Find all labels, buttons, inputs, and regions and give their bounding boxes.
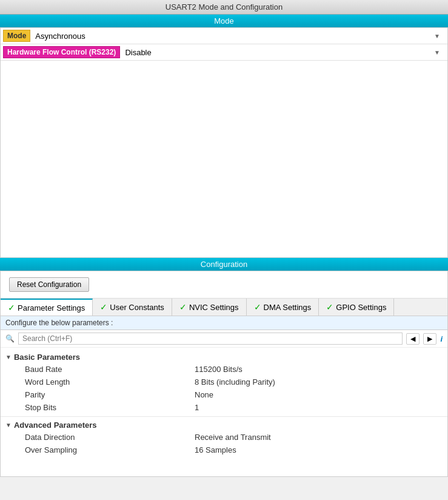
- hw-chevron-icon: ▼: [434, 49, 440, 56]
- param-stop-bits: Stop Bits 1: [1, 401, 447, 414]
- param-parity: Parity None: [1, 388, 447, 401]
- separator: [1, 416, 447, 417]
- tab-check-icon-0: ✓: [8, 303, 15, 312]
- param-over-sampling: Over Sampling 16 Samples: [1, 444, 447, 456]
- param-data-direction: Data Direction Receive and Transmit: [1, 431, 447, 444]
- param-value-baud-rate: 115200 Bits/s: [195, 365, 242, 374]
- param-name-data-direction: Data Direction: [25, 433, 195, 442]
- mode-label: Mode: [3, 30, 30, 42]
- tab-check-icon-4: ✓: [326, 302, 333, 312]
- config-body: Reset Configuration ✓ Parameter Settings…: [0, 271, 448, 477]
- toggle-collapse-icon: ▼: [5, 354, 12, 360]
- tab-gpio-settings[interactable]: ✓ GPIO Settings: [319, 299, 394, 316]
- tab-nvic-settings[interactable]: ✓ NVIC Settings: [172, 299, 247, 316]
- prev-nav-button[interactable]: ◀: [406, 333, 420, 345]
- tab-check-icon-1: ✓: [100, 302, 107, 312]
- param-name-baud-rate: Baud Rate: [25, 365, 195, 374]
- param-value-stop-bits: 1: [195, 403, 199, 412]
- advanced-parameters-toggle[interactable]: ▼ Advanced Parameters: [1, 419, 447, 431]
- params-tree: ▼ Basic Parameters Baud Rate 115200 Bits…: [1, 348, 447, 460]
- tab-label-3: DMA Settings: [264, 303, 312, 312]
- basic-parameters-label: Basic Parameters: [14, 353, 80, 362]
- config-header: Configuration: [0, 258, 448, 271]
- mode-section: Mode Asynchronous ▼ Hardware Flow Contro…: [0, 27, 448, 258]
- advanced-parameters-label: Advanced Parameters: [14, 421, 97, 430]
- basic-parameters-group: ▼ Basic Parameters Baud Rate 115200 Bits…: [1, 350, 447, 415]
- param-value-parity: None: [195, 390, 213, 399]
- param-name-over-sampling: Over Sampling: [25, 445, 195, 454]
- search-row: 🔍 ◀ ▶ i: [1, 330, 447, 348]
- params-label: Configure the below parameters :: [1, 316, 447, 330]
- tab-user-constants[interactable]: ✓ User Constants: [93, 299, 172, 316]
- mode-header: Mode: [0, 15, 448, 27]
- tab-label-1: User Constants: [110, 303, 164, 312]
- hw-flow-row: Hardware Flow Control (RS232) Disable ▼: [1, 44, 447, 61]
- param-value-data-direction: Receive and Transmit: [195, 433, 271, 442]
- advanced-toggle-icon: ▼: [5, 422, 12, 428]
- title-bar: USART2 Mode and Configuration: [0, 0, 448, 15]
- hw-select-container[interactable]: Disable ▼: [120, 47, 445, 58]
- hw-label: Hardware Flow Control (RS232): [3, 46, 120, 58]
- mode-value: Asynchronous: [35, 32, 85, 41]
- param-value-word-length: 8 Bits (including Parity): [195, 377, 275, 387]
- param-name-parity: Parity: [25, 390, 195, 399]
- mode-chevron-icon: ▼: [434, 33, 440, 39]
- reset-config-button[interactable]: Reset Configuration: [9, 277, 89, 292]
- tabs-row: ✓ Parameter Settings ✓ User Constants ✓ …: [1, 299, 447, 316]
- tab-label-4: GPIO Settings: [336, 303, 386, 312]
- tab-label-0: Parameter Settings: [18, 303, 85, 312]
- param-name-word-length: Word Length: [25, 377, 195, 387]
- tab-label-2: NVIC Settings: [189, 303, 239, 312]
- tab-check-icon-3: ✓: [254, 302, 261, 312]
- mode-select-container[interactable]: Asynchronous ▼: [30, 30, 445, 42]
- tab-parameter-settings[interactable]: ✓ Parameter Settings: [1, 299, 93, 316]
- hw-value: Disable: [125, 48, 151, 57]
- basic-parameters-toggle[interactable]: ▼ Basic Parameters: [1, 351, 447, 363]
- search-icon: 🔍: [5, 334, 15, 343]
- mode-row: Mode Asynchronous ▼: [1, 28, 447, 44]
- search-input[interactable]: [18, 333, 403, 345]
- tab-dma-settings[interactable]: ✓ DMA Settings: [247, 299, 319, 316]
- app-title: USART2 Mode and Configuration: [165, 2, 283, 12]
- param-word-length: Word Length 8 Bits (including Parity): [1, 376, 447, 388]
- advanced-parameters-group: ▼ Advanced Parameters Data Direction Rec…: [1, 418, 447, 458]
- param-value-over-sampling: 16 Samples: [195, 445, 236, 454]
- next-nav-button[interactable]: ▶: [423, 333, 436, 345]
- tab-check-icon-2: ✓: [179, 302, 187, 312]
- param-name-stop-bits: Stop Bits: [25, 403, 195, 412]
- param-baud-rate: Baud Rate 115200 Bits/s: [1, 363, 447, 376]
- info-button[interactable]: i: [440, 333, 443, 344]
